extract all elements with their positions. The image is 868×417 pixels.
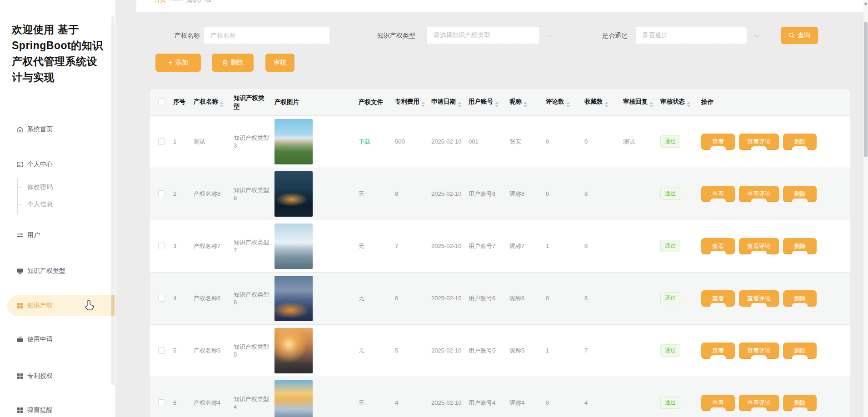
view-button[interactable]: 查看	[701, 343, 735, 359]
view-button[interactable]: 查看	[701, 290, 735, 307]
page-scrollbar-thumb[interactable]	[864, 22, 868, 157]
view-comments-button[interactable]: 查看评论	[739, 186, 779, 202]
dusk-interchange-photo	[274, 276, 313, 321]
sidebar-item-usage-apply[interactable]: 使用申请	[0, 330, 115, 348]
column-header-nickname[interactable]: 昵称	[507, 89, 543, 115]
monitor-icon	[16, 268, 24, 275]
delete-button[interactable]: 删除	[783, 395, 817, 411]
sidebar-scrollbar-tint	[111, 295, 115, 316]
sidebar-item-ip[interactable]: 知识产权	[0, 297, 115, 315]
cell-name: 产权名称8	[191, 168, 231, 220]
query-button[interactable]: 查询	[781, 27, 818, 44]
view-button[interactable]: 查看	[701, 238, 735, 254]
sidebar-item-profile-center[interactable]: 个人中心	[0, 155, 115, 174]
row-checkbox[interactable]	[158, 243, 165, 249]
cell-fee: 8	[392, 168, 429, 220]
sort-arrows-icon[interactable]	[687, 102, 690, 107]
cell-type: 知识产权类型7	[231, 220, 272, 272]
column-header-favorites[interactable]: 收藏数	[582, 89, 620, 115]
trash-icon	[222, 60, 228, 66]
sidebar-scrollbar[interactable]	[111, 16, 115, 385]
cell-seq: 6	[170, 377, 191, 417]
cell-account: 用户账号7	[466, 220, 507, 272]
row-checkbox[interactable]	[158, 295, 165, 302]
plus-icon: +	[168, 59, 172, 66]
view-comments-button[interactable]: 查看评论	[739, 238, 779, 254]
cell-image	[272, 168, 356, 220]
sort-arrows-icon[interactable]	[421, 102, 425, 107]
row-checkbox[interactable]	[158, 190, 165, 197]
sort-arrows-icon[interactable]	[524, 102, 527, 107]
chevron-down-icon[interactable]	[547, 32, 553, 38]
delete-button[interactable]: 删除	[783, 343, 817, 359]
add-button[interactable]: + 添加	[155, 54, 201, 72]
row-checkbox[interactable]	[158, 399, 165, 406]
status-badge: 通过	[660, 135, 680, 148]
scrollbar-up-arrow[interactable]	[864, 2, 868, 5]
sliders-icon	[16, 232, 24, 239]
cell-reply	[620, 272, 658, 324]
column-header-comments[interactable]: 评论数	[543, 89, 582, 115]
cell-image	[272, 272, 356, 324]
table-row: 4产权名称6知识产权类型6无62025-02-10用户账号6昵称606通过查看查…	[150, 272, 850, 324]
sort-arrows-icon[interactable]	[649, 102, 653, 107]
ip-name-filter-input[interactable]	[204, 27, 330, 44]
view-button[interactable]: 查看	[701, 186, 735, 202]
sidebar-item-label: 知识产权类型	[27, 267, 65, 275]
page-scrollbar[interactable]	[863, 0, 868, 417]
delete-button[interactable]: 删除	[783, 186, 817, 202]
no-file-text: 无	[359, 243, 364, 249]
column-header-fee[interactable]: 专利费用	[392, 89, 429, 115]
sidebar-item-ip-type[interactable]: 知识产权类型	[0, 262, 115, 280]
sort-arrows-icon[interactable]	[605, 102, 609, 107]
status-badge: 通过	[660, 292, 680, 304]
pass-filter-select[interactable]: 是否通过	[635, 27, 747, 44]
view-comments-button[interactable]: 查看评论	[739, 343, 779, 359]
table-row: 6产权名称4知识产权类型4无42025-02-10用户账号4昵称404通过查看查…	[150, 377, 850, 417]
column-header-date[interactable]: 申请日期	[429, 89, 466, 115]
sidebar-item-label: 弹窗提醒	[27, 406, 53, 414]
sidebar-item-patent-grant[interactable]: 专利授权	[0, 367, 115, 385]
delete-button[interactable]: 删除	[783, 290, 817, 307]
column-header-select	[150, 89, 170, 115]
delete-button[interactable]: 删除	[783, 134, 817, 150]
sidebar-item-home[interactable]: 系统首页	[0, 120, 115, 139]
table-row: 2产权名称8知识产权类型8无82025-02-10用户账号8昵称808通过查看查…	[150, 168, 850, 220]
view-comments-button[interactable]: 查看评论	[739, 290, 779, 307]
column-header-account[interactable]: 用户账号	[466, 89, 507, 115]
ip-type-filter-select[interactable]: 请选择知识产权类型	[426, 27, 540, 44]
cell-account: 用户账号4	[466, 377, 507, 417]
sidebar-item-popup-remind[interactable]: 弹窗提醒	[0, 401, 115, 417]
sort-arrows-icon[interactable]	[495, 102, 499, 107]
cell-image	[272, 220, 356, 272]
cell-status: 通过	[658, 377, 698, 417]
select-all-checkbox[interactable]	[158, 99, 165, 105]
view-comments-button[interactable]: 查看评论	[739, 395, 779, 411]
breadcrumb-home[interactable]: 首页	[154, 0, 166, 3]
grid-icon	[16, 302, 24, 309]
audit-button[interactable]: 审核	[265, 54, 294, 72]
view-comments-button[interactable]: 查看评论	[739, 134, 779, 150]
row-checkbox[interactable]	[158, 138, 165, 145]
delete-button[interactable]: 删除	[783, 238, 817, 254]
column-header-reply[interactable]: 审核回复	[620, 89, 658, 115]
chevron-down-icon[interactable]	[754, 32, 760, 38]
cell-reply	[620, 377, 658, 417]
cell-actions: 查看查看评论删除	[698, 272, 850, 324]
sort-arrows-icon[interactable]	[220, 102, 224, 107]
view-button[interactable]: 查看	[701, 134, 735, 150]
view-button[interactable]: 查看	[701, 395, 735, 411]
delete-button[interactable]: 删除	[212, 54, 254, 72]
download-file-link[interactable]: 下载	[359, 138, 370, 145]
column-header-status[interactable]: 审核状态	[658, 89, 698, 115]
row-checkbox[interactable]	[158, 347, 165, 354]
sidebar-item-personal-info[interactable]: 个人信息	[0, 195, 115, 213]
cell-type: 知识产权类型6	[231, 272, 272, 324]
cell-nickname: 昵称6	[507, 272, 543, 324]
no-file-text: 无	[359, 399, 364, 406]
sidebar-item-change-password[interactable]: 修改密码	[0, 178, 115, 196]
column-header-name[interactable]: 产权名称	[191, 89, 231, 115]
sort-arrows-icon[interactable]	[458, 102, 461, 107]
sort-arrows-icon[interactable]	[566, 102, 570, 107]
sidebar-item-users[interactable]: 用户	[0, 226, 115, 244]
